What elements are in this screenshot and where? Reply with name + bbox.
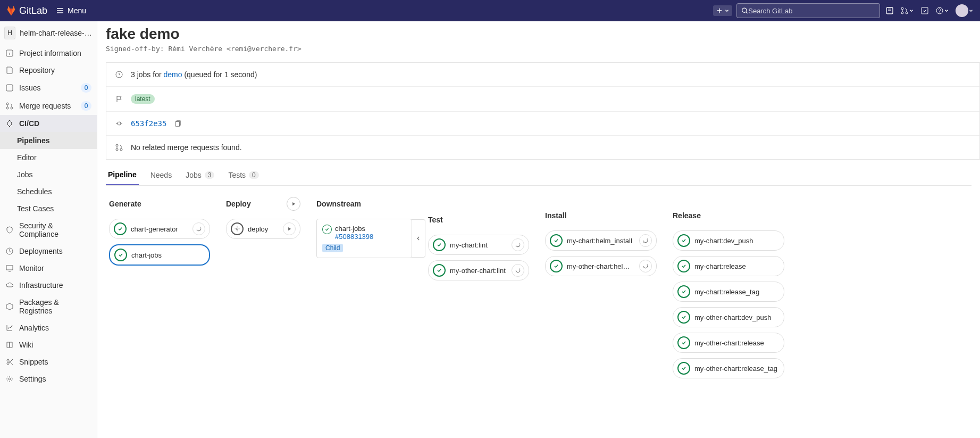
sidebar-item-wiki[interactable]: Wiki (0, 336, 97, 353)
sidebar-item-merge-requests[interactable]: Merge requests 0 (0, 97, 97, 115)
stage-title: Generate (109, 200, 141, 208)
sidebar-item-cicd[interactable]: CI/CD (0, 115, 97, 132)
stage-release: Release my-chart:dev_push my-chart:relea… (673, 196, 784, 384)
job-my-chart-release[interactable]: my-chart:release (673, 256, 784, 276)
todos-nav-icon[interactable] (919, 5, 930, 16)
job-my-other-chart-helm-install[interactable]: my-other-chart:helm_install (545, 256, 657, 276)
gitlab-logo[interactable]: GitLab (5, 5, 47, 16)
subnav-editor[interactable]: Editor (0, 149, 97, 166)
mr-icon (5, 102, 14, 110)
commit-description: Signed-off-by: Rémi Verchère <remi@verch… (97, 45, 980, 62)
sidebar-item-label: Analytics (19, 324, 49, 332)
sidebar-item-deployments[interactable]: Deployments (0, 243, 97, 260)
retry-button[interactable] (639, 234, 652, 247)
sidebar-item-label: Merge requests (19, 102, 71, 110)
search-icon (741, 7, 748, 14)
menu-label: Menu (68, 6, 86, 15)
sidebar-item-label: Snippets (19, 358, 48, 366)
retry-button[interactable] (512, 264, 524, 277)
sidebar-item-issues[interactable]: Issues 0 (0, 79, 97, 97)
mr-text: No related merge requests found. (131, 143, 242, 152)
tab-pipeline[interactable]: Pipeline (106, 165, 139, 185)
sidebar-item-snippets[interactable]: Snippets (0, 353, 97, 370)
retry-button[interactable] (512, 238, 524, 251)
tests-count: 0 (249, 171, 259, 179)
top-nav: GitLab Menu (0, 0, 980, 21)
sidebar-item-packages[interactable]: Packages & Registries (0, 294, 97, 319)
tab-tests[interactable]: Tests0 (226, 165, 261, 185)
svg-point-17 (9, 378, 11, 380)
stage-deploy: Deploy deploy (226, 196, 300, 384)
sidebar-item-security[interactable]: Security & Compliance (0, 217, 97, 243)
subnav-pipelines[interactable]: Pipelines (0, 132, 97, 149)
svg-point-10 (6, 103, 9, 105)
sidebar-item-settings[interactable]: Settings (0, 370, 97, 387)
sidebar-item-infrastructure[interactable]: Infrastructure (0, 277, 97, 294)
tanuki-icon (5, 5, 17, 16)
play-all-button[interactable] (287, 197, 300, 211)
status-passed-icon (433, 238, 446, 251)
help-dropdown[interactable] (934, 5, 950, 16)
subnav-schedules[interactable]: Schedules (0, 183, 97, 200)
job-my-other-chart-release[interactable]: my-other-chart:release (673, 333, 784, 353)
job-deploy[interactable]: deploy (226, 219, 300, 239)
search-input[interactable] (748, 7, 875, 15)
user-menu[interactable] (954, 3, 975, 18)
status-passed-icon (677, 234, 690, 247)
job-my-other-chart-lint[interactable]: my-other-chart:lint (428, 260, 529, 280)
job-my-chart-helm-install[interactable]: my-chart:helm_install (545, 230, 657, 251)
sidebar-item-monitor[interactable]: Monitor (0, 260, 97, 277)
job-chart-jobs[interactable]: chart-jobs (109, 244, 210, 266)
menu-button[interactable]: Menu (53, 4, 89, 17)
sidebar-item-repository[interactable]: Repository (0, 62, 97, 79)
retry-button[interactable] (639, 260, 652, 272)
issues-nav-icon[interactable] (884, 5, 895, 16)
sidebar-item-analytics[interactable]: Analytics (0, 319, 97, 336)
job-my-other-chart-release-tag[interactable]: my-other-chart:release_tag (673, 358, 784, 378)
search-box[interactable] (736, 3, 880, 18)
chevron-down-icon (944, 8, 949, 13)
status-manual-icon (231, 222, 244, 235)
svg-rect-9 (6, 85, 13, 91)
tab-jobs[interactable]: Jobs3 (183, 165, 216, 185)
sidebar-item-label: Infrastructure (19, 281, 63, 290)
svg-point-12 (11, 107, 13, 109)
commit-icon (115, 119, 123, 128)
pipeline-graph: Generate chart-generator chart-jobs Depl… (97, 186, 980, 394)
project-header[interactable]: H helm-chart-release-exa... (0, 21, 97, 45)
chevron-down-icon (909, 8, 914, 13)
hamburger-icon (56, 6, 64, 15)
retry-button[interactable] (192, 222, 205, 235)
stage-install: Install my-chart:helm_install my-other-c… (545, 196, 657, 384)
merge-requests-nav[interactable] (899, 5, 915, 16)
svg-point-23 (120, 148, 122, 151)
job-my-chart-dev-push[interactable]: my-chart:dev_push (673, 230, 784, 251)
commit-sha-link[interactable]: 653f2e35 (131, 119, 166, 128)
job-my-other-chart-dev-push[interactable]: my-other-chart:dev_push (673, 307, 784, 327)
play-button[interactable] (283, 222, 296, 235)
tab-needs[interactable]: Needs (148, 165, 174, 185)
subnav-test-cases[interactable]: Test Cases (0, 200, 97, 217)
svg-point-0 (742, 8, 747, 12)
tag-badge: latest (131, 94, 155, 104)
sidebar-item-project-info[interactable]: Project information (0, 45, 97, 62)
chevron-left-icon (416, 236, 421, 241)
book-icon (5, 341, 14, 349)
ref-link[interactable]: demo (163, 70, 182, 79)
collapse-button[interactable] (412, 219, 425, 258)
subnav-jobs[interactable]: Jobs (0, 166, 97, 183)
status-passed-icon (677, 336, 690, 349)
job-chart-generator[interactable]: chart-generator (109, 219, 210, 239)
job-my-chart-release-tag[interactable]: my-chart:release_tag (673, 282, 784, 302)
svg-point-16 (7, 362, 9, 365)
job-my-chart-lint[interactable]: my-chart:lint (428, 235, 529, 255)
project-avatar: H (4, 27, 15, 39)
downstream-pipeline-id[interactable]: #508831398 (335, 233, 373, 241)
svg-point-15 (7, 359, 9, 361)
shield-icon (5, 226, 14, 234)
copy-sha-button[interactable] (174, 120, 181, 127)
downstream-pipeline-card[interactable]: chart-jobs #508831398 Child (316, 219, 412, 258)
new-dropdown[interactable] (713, 5, 732, 16)
stage-downstream: Downstream chart-jobs #508831398 Child (316, 196, 412, 384)
stage-generate: Generate chart-generator chart-jobs (109, 196, 210, 384)
